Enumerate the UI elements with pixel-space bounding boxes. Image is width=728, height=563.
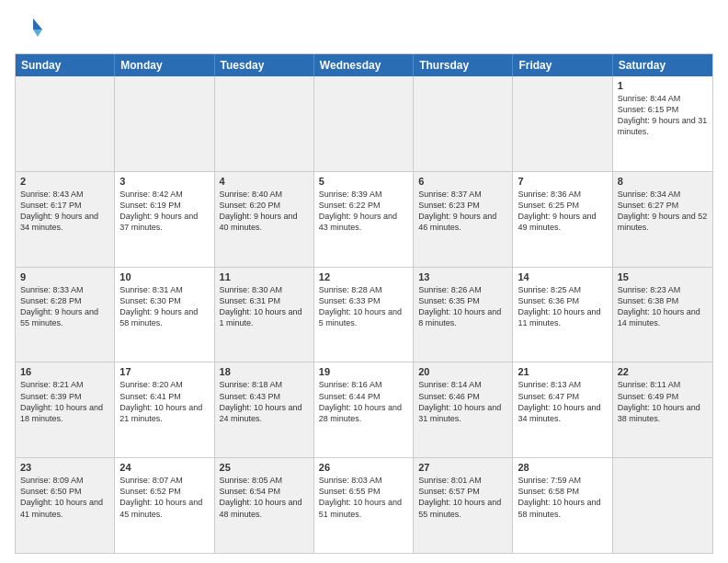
day-info: Sunrise: 8:39 AM Sunset: 6:22 PM Dayligh…: [319, 189, 408, 234]
cal-cell-4-2: 17Sunrise: 8:20 AM Sunset: 6:41 PM Dayli…: [115, 362, 214, 457]
logo-icon: [15, 15, 44, 44]
cal-cell-1-5: [414, 76, 513, 171]
cal-cell-1-3: [215, 76, 314, 171]
cal-cell-1-4: [314, 76, 414, 171]
day-info: Sunrise: 8:44 AM Sunset: 6:15 PM Dayligh…: [618, 93, 708, 138]
svg-marker-1: [33, 29, 42, 37]
day-info: Sunrise: 8:34 AM Sunset: 6:27 PM Dayligh…: [618, 189, 708, 234]
cal-cell-2-1: 2Sunrise: 8:43 AM Sunset: 6:17 PM Daylig…: [16, 172, 115, 267]
week-row-1: 1Sunrise: 8:44 AM Sunset: 6:15 PM Daylig…: [16, 76, 712, 172]
calendar: SundayMondayTuesdayWednesdayThursdayFrid…: [15, 53, 713, 554]
week-row-5: 23Sunrise: 8:09 AM Sunset: 6:50 PM Dayli…: [16, 458, 712, 553]
day-info: Sunrise: 8:36 AM Sunset: 6:25 PM Dayligh…: [518, 189, 607, 234]
day-number: 24: [119, 462, 209, 473]
cal-cell-5-6: 28Sunrise: 7:59 AM Sunset: 6:58 PM Dayli…: [513, 458, 612, 553]
cal-cell-3-4: 12Sunrise: 8:28 AM Sunset: 6:33 PM Dayli…: [314, 268, 414, 362]
day-info: Sunrise: 8:21 AM Sunset: 6:39 PM Dayligh…: [20, 379, 109, 424]
day-number: 2: [20, 176, 109, 187]
cal-cell-2-6: 7Sunrise: 8:36 AM Sunset: 6:25 PM Daylig…: [513, 172, 612, 267]
logo: [15, 15, 48, 44]
day-info: Sunrise: 8:43 AM Sunset: 6:17 PM Dayligh…: [20, 189, 109, 234]
cal-cell-3-2: 10Sunrise: 8:31 AM Sunset: 6:30 PM Dayli…: [115, 268, 214, 362]
day-number: 9: [20, 271, 109, 282]
cal-cell-5-5: 27Sunrise: 8:01 AM Sunset: 6:57 PM Dayli…: [414, 458, 513, 553]
day-info: Sunrise: 8:37 AM Sunset: 6:23 PM Dayligh…: [418, 189, 507, 234]
calendar-header: SundayMondayTuesdayWednesdayThursdayFrid…: [16, 54, 712, 76]
cal-cell-2-3: 4Sunrise: 8:40 AM Sunset: 6:20 PM Daylig…: [215, 172, 314, 267]
day-number: 10: [119, 271, 209, 282]
day-info: Sunrise: 8:01 AM Sunset: 6:57 PM Dayligh…: [418, 475, 507, 520]
header-day-sunday: Sunday: [16, 54, 115, 76]
cal-cell-5-3: 25Sunrise: 8:05 AM Sunset: 6:54 PM Dayli…: [215, 458, 314, 553]
day-info: Sunrise: 8:03 AM Sunset: 6:55 PM Dayligh…: [319, 475, 408, 520]
header-day-monday: Monday: [115, 54, 214, 76]
svg-marker-0: [33, 18, 42, 29]
day-number: 16: [20, 366, 109, 377]
day-number: 15: [618, 271, 708, 282]
day-info: Sunrise: 8:05 AM Sunset: 6:54 PM Dayligh…: [220, 475, 309, 520]
day-number: 27: [418, 462, 507, 473]
cal-cell-1-1: [16, 76, 115, 171]
day-number: 5: [319, 176, 408, 187]
cal-cell-4-6: 21Sunrise: 8:13 AM Sunset: 6:47 PM Dayli…: [513, 362, 612, 457]
day-number: 19: [319, 366, 408, 377]
cal-cell-1-7: 1Sunrise: 8:44 AM Sunset: 6:15 PM Daylig…: [613, 76, 712, 171]
cal-cell-2-5: 6Sunrise: 8:37 AM Sunset: 6:23 PM Daylig…: [414, 172, 513, 267]
cal-cell-4-1: 16Sunrise: 8:21 AM Sunset: 6:39 PM Dayli…: [16, 362, 115, 457]
week-row-4: 16Sunrise: 8:21 AM Sunset: 6:39 PM Dayli…: [16, 362, 712, 458]
day-info: Sunrise: 8:11 AM Sunset: 6:49 PM Dayligh…: [618, 379, 708, 424]
day-number: 14: [518, 271, 607, 282]
cal-cell-2-7: 8Sunrise: 8:34 AM Sunset: 6:27 PM Daylig…: [613, 172, 712, 267]
cal-cell-4-5: 20Sunrise: 8:14 AM Sunset: 6:46 PM Dayli…: [414, 362, 513, 457]
cal-cell-1-2: [115, 76, 214, 171]
cal-cell-4-4: 19Sunrise: 8:16 AM Sunset: 6:44 PM Dayli…: [314, 362, 414, 457]
page: SundayMondayTuesdayWednesdayThursdayFrid…: [0, 0, 728, 563]
cal-cell-1-6: [513, 76, 612, 171]
cal-cell-3-5: 13Sunrise: 8:26 AM Sunset: 6:35 PM Dayli…: [414, 268, 513, 362]
cal-cell-3-7: 15Sunrise: 8:23 AM Sunset: 6:38 PM Dayli…: [613, 268, 712, 362]
day-info: Sunrise: 8:31 AM Sunset: 6:30 PM Dayligh…: [119, 284, 209, 329]
day-info: Sunrise: 8:14 AM Sunset: 6:46 PM Dayligh…: [418, 379, 507, 424]
cal-cell-5-4: 26Sunrise: 8:03 AM Sunset: 6:55 PM Dayli…: [314, 458, 414, 553]
day-info: Sunrise: 8:42 AM Sunset: 6:19 PM Dayligh…: [119, 189, 209, 234]
day-info: Sunrise: 8:33 AM Sunset: 6:28 PM Dayligh…: [20, 284, 109, 329]
week-row-3: 9Sunrise: 8:33 AM Sunset: 6:28 PM Daylig…: [16, 268, 712, 363]
cal-cell-3-6: 14Sunrise: 8:25 AM Sunset: 6:36 PM Dayli…: [513, 268, 612, 362]
day-number: 25: [220, 462, 309, 473]
cal-cell-2-2: 3Sunrise: 8:42 AM Sunset: 6:19 PM Daylig…: [115, 172, 214, 267]
day-info: Sunrise: 8:28 AM Sunset: 6:33 PM Dayligh…: [319, 284, 408, 329]
header-day-wednesday: Wednesday: [314, 54, 414, 76]
day-info: Sunrise: 8:20 AM Sunset: 6:41 PM Dayligh…: [119, 379, 209, 424]
day-number: 17: [119, 366, 209, 377]
day-info: Sunrise: 8:25 AM Sunset: 6:36 PM Dayligh…: [518, 284, 607, 329]
header-day-friday: Friday: [513, 54, 612, 76]
day-info: Sunrise: 8:26 AM Sunset: 6:35 PM Dayligh…: [418, 284, 507, 329]
day-info: Sunrise: 8:23 AM Sunset: 6:38 PM Dayligh…: [618, 284, 708, 329]
day-info: Sunrise: 8:09 AM Sunset: 6:50 PM Dayligh…: [20, 475, 109, 520]
day-number: 26: [319, 462, 408, 473]
day-number: 22: [618, 366, 708, 377]
day-info: Sunrise: 8:30 AM Sunset: 6:31 PM Dayligh…: [220, 284, 309, 329]
cal-cell-4-7: 22Sunrise: 8:11 AM Sunset: 6:49 PM Dayli…: [613, 362, 712, 457]
day-number: 6: [418, 176, 507, 187]
day-number: 13: [418, 271, 507, 282]
day-number: 18: [220, 366, 309, 377]
day-number: 12: [319, 271, 408, 282]
day-info: Sunrise: 7:59 AM Sunset: 6:58 PM Dayligh…: [518, 475, 607, 520]
cal-cell-4-3: 18Sunrise: 8:18 AM Sunset: 6:43 PM Dayli…: [215, 362, 314, 457]
header-day-saturday: Saturday: [613, 54, 712, 76]
day-number: 11: [220, 271, 309, 282]
day-info: Sunrise: 8:18 AM Sunset: 6:43 PM Dayligh…: [220, 379, 309, 424]
calendar-body: 1Sunrise: 8:44 AM Sunset: 6:15 PM Daylig…: [16, 76, 712, 553]
day-number: 3: [119, 176, 209, 187]
header-day-thursday: Thursday: [414, 54, 513, 76]
day-number: 23: [20, 462, 109, 473]
cal-cell-2-4: 5Sunrise: 8:39 AM Sunset: 6:22 PM Daylig…: [314, 172, 414, 267]
cal-cell-5-2: 24Sunrise: 8:07 AM Sunset: 6:52 PM Dayli…: [115, 458, 214, 553]
day-number: 7: [518, 176, 607, 187]
cal-cell-3-1: 9Sunrise: 8:33 AM Sunset: 6:28 PM Daylig…: [16, 268, 115, 362]
day-info: Sunrise: 8:40 AM Sunset: 6:20 PM Dayligh…: [220, 189, 309, 234]
day-number: 4: [220, 176, 309, 187]
day-number: 1: [618, 80, 708, 91]
week-row-2: 2Sunrise: 8:43 AM Sunset: 6:17 PM Daylig…: [16, 172, 712, 268]
